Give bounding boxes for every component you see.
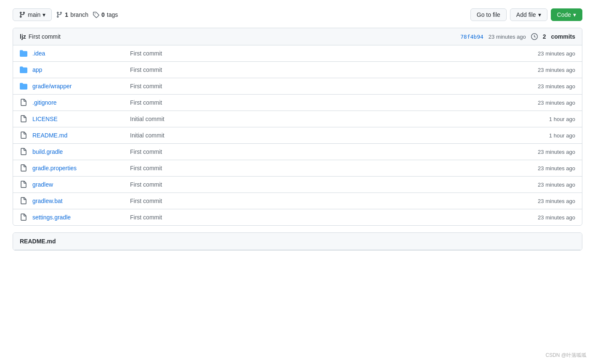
readme-section: README.md: [13, 232, 582, 251]
folder-icon: [20, 82, 27, 90]
file-commit-time: 23 minutes ago: [508, 198, 575, 204]
file-name[interactable]: gradle/wrapper: [32, 83, 125, 90]
commits-count-link[interactable]: 2 commits: [543, 33, 575, 40]
add-file-button[interactable]: Add file ▾: [510, 8, 547, 21]
toolbar-left: main ▾ 1 branch 0 tags: [13, 8, 466, 21]
file-commit-time: 1 hour ago: [508, 116, 575, 122]
table-row: appFirst commit23 minutes ago: [13, 62, 582, 78]
last-commit-author[interactable]: ljz: [20, 33, 26, 40]
file-commit-time: 23 minutes ago: [508, 149, 575, 155]
file-rows-container: .ideaFirst commit23 minutes agoappFirst …: [13, 45, 582, 225]
table-header-right: 78f4b94 23 minutes ago 2 commits: [460, 33, 575, 40]
code-button[interactable]: Code ▾: [551, 8, 582, 21]
file-commit-time: 1 hour ago: [508, 132, 575, 139]
file-commit-message: First commit: [130, 148, 503, 155]
branch-count-text: branch: [70, 11, 88, 18]
table-row: build.gradleFirst commit23 minutes ago: [13, 144, 582, 160]
branch-count-link[interactable]: 1 branch: [56, 11, 88, 18]
file-name[interactable]: settings.gradle: [32, 214, 125, 221]
code-label: Code: [557, 11, 571, 18]
file-name[interactable]: app: [32, 66, 125, 73]
branch-dropdown-icon: ▾: [42, 11, 45, 18]
file-commit-message: First commit: [130, 99, 503, 106]
commits-count: 2: [543, 33, 546, 40]
toolbar: main ▾ 1 branch 0 tags Go to file Add fi…: [13, 8, 582, 21]
add-file-dropdown-icon: ▾: [538, 11, 541, 18]
table-header: ljz First commit 78f4b94 23 minutes ago …: [13, 28, 582, 45]
file-commit-message: Initial commit: [130, 116, 503, 122]
file-name[interactable]: README.md: [32, 132, 125, 139]
table-row: gradlew.batFirst commit23 minutes ago: [13, 193, 582, 209]
file-commit-message: First commit: [130, 198, 503, 204]
last-commit-message: First commit: [29, 33, 61, 40]
file-commit-time: 23 minutes ago: [508, 50, 575, 57]
file-commit-time: 23 minutes ago: [508, 83, 575, 90]
code-dropdown-icon: ▾: [573, 11, 576, 18]
branch-icon: [19, 11, 26, 18]
table-row: LICENSEInitial commit1 hour ago: [13, 111, 582, 127]
readme-title: README.md: [20, 238, 56, 245]
file-name[interactable]: .gitignore: [32, 99, 125, 106]
file-name[interactable]: .idea: [32, 50, 125, 57]
file-icon: [20, 214, 27, 221]
tag-count-link[interactable]: 0 tags: [93, 11, 118, 18]
file-commit-message: First commit: [130, 165, 503, 171]
commit-time: 23 minutes ago: [489, 34, 526, 40]
tag-count-text: tags: [107, 11, 118, 18]
branch-count-icon: [56, 11, 63, 18]
go-to-file-label: Go to file: [477, 11, 500, 18]
table-row: .ideaFirst commit23 minutes ago: [13, 45, 582, 62]
file-icon: [20, 164, 27, 172]
toolbar-right: Go to file Add file ▾ Code ▾: [470, 8, 582, 21]
file-commit-message: First commit: [130, 83, 503, 90]
tag-count-number: 0: [101, 11, 105, 18]
file-name[interactable]: LICENSE: [32, 116, 125, 122]
branch-count-number: 1: [65, 11, 68, 18]
folder-icon: [20, 50, 27, 57]
file-commit-message: First commit: [130, 50, 503, 57]
file-commit-message: First commit: [130, 214, 503, 221]
branch-selector-button[interactable]: main ▾: [13, 8, 52, 21]
file-commit-time: 23 minutes ago: [508, 67, 575, 73]
file-name[interactable]: gradlew.bat: [32, 198, 125, 204]
file-commit-time: 23 minutes ago: [508, 182, 575, 188]
go-to-file-button[interactable]: Go to file: [470, 8, 507, 21]
file-icon: [20, 132, 27, 139]
file-name[interactable]: gradle.properties: [32, 165, 125, 171]
add-file-label: Add file: [516, 11, 536, 18]
file-icon: [20, 197, 27, 205]
file-name[interactable]: build.gradle: [32, 148, 125, 155]
commits-label: commits: [551, 33, 575, 40]
file-commit-message: Initial commit: [130, 132, 503, 139]
file-commit-time: 23 minutes ago: [508, 100, 575, 106]
file-icon: [20, 148, 27, 156]
file-commit-time: 23 minutes ago: [508, 165, 575, 171]
table-row: .gitignoreFirst commit23 minutes ago: [13, 95, 582, 111]
table-row: gradle/wrapperFirst commit23 minutes ago: [13, 78, 582, 95]
tag-icon: [93, 11, 99, 18]
file-table: ljz First commit 78f4b94 23 minutes ago …: [13, 28, 582, 226]
file-name[interactable]: gradlew: [32, 181, 125, 188]
file-icon: [20, 115, 27, 123]
table-row: gradlewFirst commit23 minutes ago: [13, 177, 582, 193]
file-commit-time: 23 minutes ago: [508, 214, 575, 221]
table-header-left: ljz First commit: [20, 33, 61, 40]
table-row: README.mdInitial commit1 hour ago: [13, 127, 582, 144]
readme-header: README.md: [13, 233, 582, 250]
branch-name: main: [28, 11, 40, 18]
file-icon: [20, 181, 27, 188]
folder-icon: [20, 66, 27, 74]
commit-hash[interactable]: 78f4b94: [460, 34, 483, 40]
file-commit-message: First commit: [130, 66, 503, 73]
table-row: settings.gradleFirst commit23 minutes ag…: [13, 209, 582, 225]
table-row: gradle.propertiesFirst commit23 minutes …: [13, 160, 582, 177]
file-icon: [20, 99, 27, 106]
file-commit-message: First commit: [130, 181, 503, 188]
clock-icon: [531, 33, 538, 40]
